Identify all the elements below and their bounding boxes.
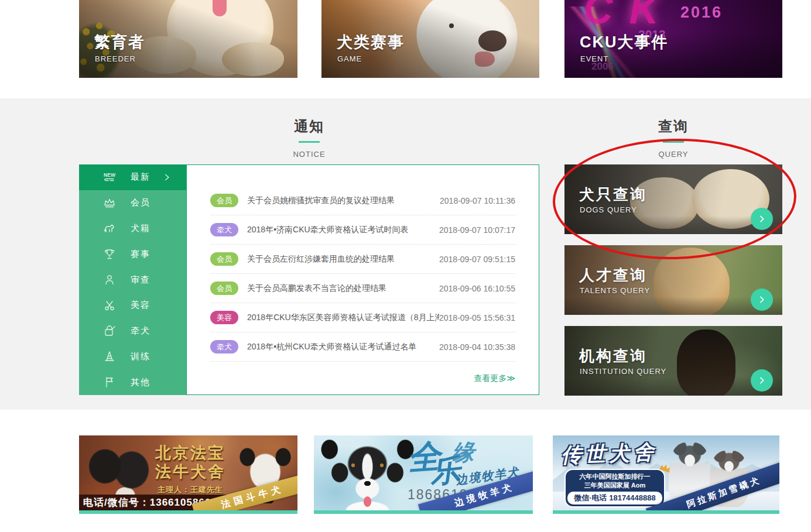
institution-query-card[interactable]: 机构查询 INSTITUTION QUERY xyxy=(564,326,782,396)
notice-badge: 会员 xyxy=(210,252,238,266)
institution-query-subtitle: INSTITUTION QUERY xyxy=(580,367,666,376)
notice-row[interactable]: 牵犬 2018年•济南CKU牵犬师资格认证考试时间表 2018-09-07 10… xyxy=(210,215,515,245)
notice-item-time: 2018-09-07 10:11:36 xyxy=(440,196,515,205)
kennel-phone: 微信·电话 18174448888 xyxy=(567,492,662,504)
sidebar-item-member[interactable]: 会员 xyxy=(79,190,186,216)
awards-box: 六年中国阿拉斯加排行一 三年美国国家展 Aom 微信·电话 1817444888… xyxy=(564,469,665,507)
cone-icon xyxy=(102,349,117,363)
ad-banner-french-bulldog-kennel[interactable]: 北京法宝 法牛犬舍 主理人：王建先生 电话/微信号：13661058666 法国… xyxy=(79,435,297,514)
banner-art: 全 乐 缘 边境牧羊犬 18686194629 边境牧羊犬 xyxy=(314,435,533,510)
game-card[interactable]: 犬类赛事 GAME xyxy=(321,0,539,78)
dogs-query-title: 犬只查询 xyxy=(579,184,647,205)
chevron-right-icon xyxy=(163,173,171,181)
notice-item-time: 2018-09-07 09:51:15 xyxy=(439,255,515,264)
notice-badge: 牵犬 xyxy=(210,340,238,353)
arrow-right-icon xyxy=(757,376,766,385)
view-more-link[interactable]: 查看更多≫ xyxy=(210,373,515,384)
event-card-subtitle: EVENT xyxy=(580,54,608,63)
breeder-card-title: 繁育者 xyxy=(94,32,145,53)
arrow-right-icon xyxy=(757,214,766,224)
notice-row[interactable]: 会员 关于会员高鹏发表不当言论的处理结果 2018-09-06 16:10:55 xyxy=(210,274,515,303)
sidebar-item-review[interactable]: 审查 xyxy=(79,267,186,293)
notice-category-sidebar: NEW 最新 会员 犬籍 赛事 xyxy=(79,164,186,395)
award-line1: 六年中国阿拉斯加排行一 xyxy=(568,472,662,481)
breeder-card[interactable]: 繁育者 BREEDER xyxy=(79,0,297,78)
sidebar-item-training[interactable]: 训练 xyxy=(79,344,186,369)
sidebar-item-other[interactable]: 其他 xyxy=(79,369,186,395)
leash-icon xyxy=(102,324,117,338)
notice-item-title[interactable]: 关于会员高鹏发表不当言论的处理结果 xyxy=(247,283,439,294)
sidebar-item-label: 审查 xyxy=(131,274,150,286)
notice-title: 通知 xyxy=(79,117,539,136)
sidebar-item-label: 会员 xyxy=(131,197,150,208)
dog-icon xyxy=(102,221,117,235)
notice-subtitle: NOTICE xyxy=(79,150,539,159)
talents-query-title: 人才查询 xyxy=(579,265,647,286)
breeder-card-subtitle: BREEDER xyxy=(95,54,136,63)
notice-item-title[interactable]: 关于会员左衍红涉嫌套用血统的处理结果 xyxy=(247,254,439,265)
kennel-name-line2: 法牛犬舍 xyxy=(146,462,235,481)
notice-row[interactable]: 会员 关于会员姚楷骚扰审查员的复议处理结果 2018-09-07 10:11:3… xyxy=(210,186,515,215)
dogs-query-arrow-button[interactable] xyxy=(751,208,773,230)
kennel-name-char: 缘 xyxy=(452,438,474,468)
notice-badge: 美容 xyxy=(210,311,238,324)
dogs-query-subtitle: DOGS QUERY xyxy=(580,205,637,214)
cku-homepage: 繁育者 BREEDER 犬类赛事 GAME CK 2016 2013 2006 … xyxy=(0,0,811,532)
talents-query-arrow-button[interactable] xyxy=(751,289,773,311)
person-icon xyxy=(102,273,117,287)
dogs-query-card[interactable]: 犬只查询 DOGS QUERY xyxy=(564,164,782,234)
banner-underline xyxy=(79,510,297,514)
notice-list-panel: 会员 关于会员姚楷骚扰审查员的复议处理结果 2018-09-07 10:11:3… xyxy=(186,164,539,395)
notice-badge: 会员 xyxy=(210,282,238,295)
award-line2: 三年美国国家展 Aom xyxy=(568,481,662,490)
query-subtitle: QUERY xyxy=(564,150,782,159)
institution-query-arrow-button[interactable] xyxy=(751,369,773,392)
arrow-right-icon xyxy=(757,295,766,304)
sidebar-item-label: 其他 xyxy=(131,377,150,388)
notice-item-title[interactable]: 关于会员姚楷骚扰审查员的复议处理结果 xyxy=(247,195,440,206)
notice-badge: 会员 xyxy=(210,194,238,207)
sidebar-item-label: 犬籍 xyxy=(131,223,150,234)
ad-banner-malamute-kennel[interactable]: 传世犬舍 六年中国阿拉斯加排行一 三年美国国家展 Aom 微信·电话 18174… xyxy=(553,435,779,514)
notice-item-title[interactable]: 2018年•济南CKU牵犬师资格认证考试时间表 xyxy=(247,225,439,235)
notice-item-time: 2018-09-06 16:10:55 xyxy=(439,284,515,293)
sidebar-item-competition[interactable]: 赛事 xyxy=(79,241,186,267)
notice-row[interactable]: 会员 关于会员左衍红涉嫌套用血统的处理结果 2018-09-07 09:51:1… xyxy=(210,245,515,274)
sidebar-item-label: 训练 xyxy=(131,351,150,362)
kennel-name: 北京法宝 法牛犬舍 xyxy=(146,444,235,481)
trophy-icon xyxy=(102,247,117,261)
banner-underline xyxy=(553,510,779,514)
notice-item-time: 2018-09-07 10:07:17 xyxy=(439,225,515,235)
event-card-title: CKU大事件 xyxy=(580,32,669,53)
notice-row[interactable]: 美容 2018年CKU华东区美容师资格认证考试报道（8月上海） 2018-09-… xyxy=(210,303,515,332)
notice-title-underline xyxy=(299,141,320,143)
institution-query-title: 机构查询 xyxy=(579,346,647,366)
ad-banner-border-collie-kennel[interactable]: 全 乐 缘 边境牧羊犬 18686194629 边境牧羊犬 xyxy=(314,435,533,514)
border-collie-photo-shape xyxy=(316,438,419,510)
sidebar-item-dog-registry[interactable]: 犬籍 xyxy=(79,216,186,242)
sidebar-item-handler[interactable]: 牵犬 xyxy=(79,318,186,344)
sidebar-item-latest[interactable]: NEW 最新 xyxy=(79,164,186,190)
flag-icon xyxy=(102,375,117,389)
bulldogs-photo-shape xyxy=(86,442,149,502)
talents-query-card[interactable]: 人才查询 TALENTS QUERY xyxy=(564,245,782,315)
notice-item-time: 2018-09-04 10:35:38 xyxy=(439,342,515,352)
game-card-title: 犬类赛事 xyxy=(337,32,405,53)
banner-art: 传世犬舍 六年中国阿拉斯加排行一 三年美国国家展 Aom 微信·电话 18174… xyxy=(553,435,779,510)
scissors-icon xyxy=(102,298,117,313)
banner-underline xyxy=(314,510,533,514)
new-icon: NEW xyxy=(102,170,117,184)
kennel-owner: 主理人：王建先生 xyxy=(142,485,238,495)
banner-art: 北京法宝 法牛犬舍 主理人：王建先生 电话/微信号：13661058666 法国… xyxy=(79,435,297,510)
sidebar-item-label: 最新 xyxy=(131,171,150,183)
notice-item-title[interactable]: 2018年CKU华东区美容师资格认证考试报道（8月上海） xyxy=(247,313,439,323)
event-card[interactable]: CK 2016 2013 2006 CKU大事件 EVENT xyxy=(564,0,782,78)
query-header: 查询 QUERY xyxy=(564,117,782,159)
notice-row[interactable]: 牵犬 2018年•杭州CKU牵犬师资格认证考试通过名单 2018-09-04 1… xyxy=(210,332,515,362)
kennel-name-line1: 北京法宝 xyxy=(146,444,235,462)
notice-item-title[interactable]: 2018年•杭州CKU牵犬师资格认证考试通过名单 xyxy=(247,342,439,352)
sidebar-item-label: 美容 xyxy=(131,300,150,311)
sidebar-item-grooming[interactable]: 美容 xyxy=(79,293,186,318)
query-title: 查询 xyxy=(564,117,782,136)
crown-icon xyxy=(102,196,117,210)
